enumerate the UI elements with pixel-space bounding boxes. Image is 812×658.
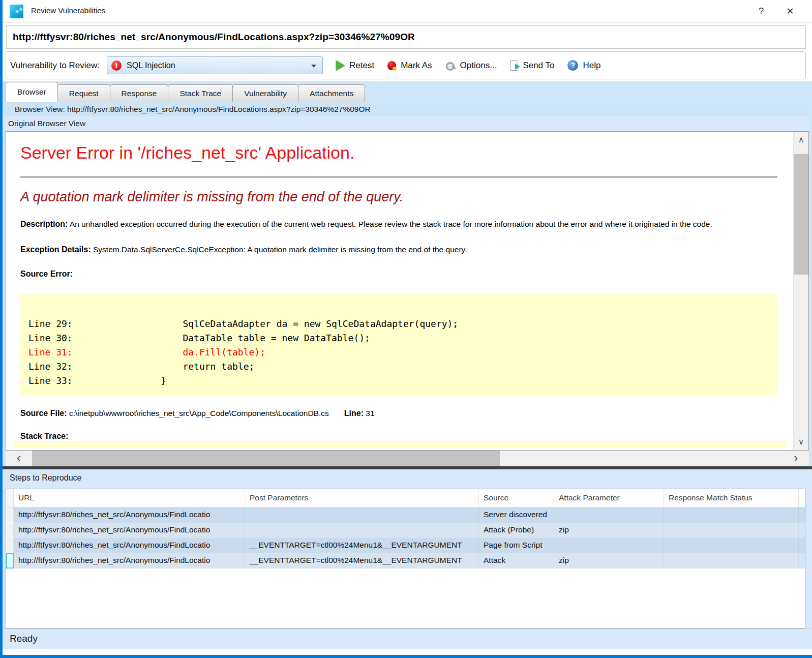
tab-strip: Browser Request Response Stack Trace Vul… xyxy=(6,81,809,102)
tab-stack-trace[interactable]: Stack Trace xyxy=(168,84,233,102)
code-line: Line 32: return table; xyxy=(28,360,772,374)
code-line-error: Line 31: da.Fill(table); xyxy=(28,345,772,360)
vulnerability-select[interactable]: ! SQL Injection xyxy=(107,56,323,74)
scroll-up-icon[interactable]: ∧ xyxy=(794,133,808,147)
stack-trace-label: Stack Trace: xyxy=(20,432,777,441)
tab-browser[interactable]: Browser xyxy=(6,82,58,102)
code-line: Line 30: DataTable table = new DataTable… xyxy=(28,331,772,345)
url-bar[interactable]: http://ftfysvr:80/riches_net_src/Anonymo… xyxy=(6,25,806,49)
exception-details: Exception Details: System.Data.SqlServer… xyxy=(20,244,777,256)
steps-table-header: URL Post Parameters Source Attack Parame… xyxy=(6,489,805,507)
code-line: Line 33: } xyxy=(28,374,772,388)
stack-trace-block-top xyxy=(14,441,786,447)
browser-view-url: Browser View: http://ftfysvr:80/riches_n… xyxy=(15,105,371,114)
status-bar: Ready xyxy=(3,629,812,649)
main-panel: Browser Request Response Stack Trace Vul… xyxy=(3,81,812,469)
retest-button[interactable]: Retest xyxy=(336,61,374,71)
browser-view-pane[interactable]: Server Error in '/riches_net_src' Applic… xyxy=(6,131,809,451)
retest-play-icon xyxy=(336,61,345,71)
error-description: Description: An unhandled exception occu… xyxy=(20,218,777,230)
divider xyxy=(20,176,777,178)
severity-critical-icon: ! xyxy=(111,61,122,71)
steps-to-reproduce-title: Steps to Reproduce xyxy=(10,473,81,483)
column-header-post-parameters[interactable]: Post Parameters xyxy=(245,489,479,507)
column-header-source[interactable]: Source xyxy=(479,489,554,507)
column-header-url[interactable]: URL xyxy=(14,489,245,507)
source-error-code: Line 29: SqlCeDataAdapter da = new SqlCe… xyxy=(20,294,777,395)
help-icon: ? xyxy=(567,60,578,71)
dropdown-caret-icon xyxy=(311,65,316,68)
table-row[interactable]: http://ftfysvr:80/riches_net_src/Anonymo… xyxy=(6,507,805,523)
dialog-help-button[interactable]: ? xyxy=(754,4,769,18)
browser-view-header: Browser View: http://ftfysvr:80/riches_n… xyxy=(6,102,809,116)
row-selector[interactable] xyxy=(6,507,14,523)
scroll-right-icon[interactable]: › xyxy=(786,451,806,466)
error-page: Server Error in '/riches_net_src' Applic… xyxy=(6,132,793,450)
code-line: Line 29: SqlCeDataAdapter da = new SqlCe… xyxy=(28,317,772,331)
bug-icon xyxy=(387,61,396,70)
vertical-scrollbar-thumb[interactable] xyxy=(794,154,808,275)
title-bar: Review Vulnerabilities ? ✕ xyxy=(3,0,812,23)
vulnerability-to-review-label: Vulnerability to Review: xyxy=(10,61,100,71)
close-button[interactable]: ✕ xyxy=(783,4,798,18)
row-selector-header xyxy=(6,489,14,507)
tab-request[interactable]: Request xyxy=(57,84,110,102)
table-row[interactable]: http://ftfysvr:80/riches_net_src/Anonymo… xyxy=(6,523,805,538)
table-row[interactable]: http://ftfysvr:80/riches_net_src/Anonymo… xyxy=(6,538,805,553)
error-subtitle: A quotation mark delimiter is missing fr… xyxy=(20,189,777,205)
source-error-label: Source Error: xyxy=(20,270,777,279)
window-title: Review Vulnerabilities xyxy=(31,6,105,15)
app-icon xyxy=(10,5,23,18)
table-row-selected[interactable]: http://ftfysvr:80/riches_net_src/Anonymo… xyxy=(6,553,805,569)
send-to-icon xyxy=(510,61,518,71)
status-text: Ready xyxy=(10,633,38,644)
bottom-strip xyxy=(3,649,812,655)
original-browser-view-header: Original Browser View xyxy=(3,116,809,131)
scroll-left-icon[interactable]: ‹ xyxy=(9,451,29,466)
server-error-title: Server Error in '/riches_net_src' Applic… xyxy=(20,143,777,163)
url-text: http://ftfysvr:80/riches_net_src/Anonymo… xyxy=(13,32,415,43)
column-header-response-match-status[interactable]: Response Match Status xyxy=(664,489,799,507)
tab-attachments[interactable]: Attachments xyxy=(298,84,365,102)
steps-table: URL Post Parameters Source Attack Parame… xyxy=(6,489,805,629)
row-selector[interactable] xyxy=(6,523,14,538)
column-header-filler xyxy=(799,489,805,507)
tab-vulnerability[interactable]: Vulnerability xyxy=(232,84,298,102)
keys-icon xyxy=(445,61,456,70)
tab-response[interactable]: Response xyxy=(110,84,169,102)
send-to-button[interactable]: Send To xyxy=(510,61,554,71)
source-file-line: Source File: c:\inetpub\wwwroot\riches_n… xyxy=(20,409,777,418)
toolbar: Vulnerability to Review: ! SQL Injection… xyxy=(6,51,806,79)
row-selector[interactable] xyxy=(6,553,14,569)
vulnerability-select-value: SQL Injection xyxy=(127,61,175,70)
review-vulnerabilities-dialog: Review Vulnerabilities ? ✕ http://ftfysv… xyxy=(0,0,812,658)
row-selector[interactable] xyxy=(6,538,14,553)
mark-as-button[interactable]: Mark As xyxy=(387,61,432,71)
steps-to-reproduce-panel: Steps to Reproduce URL Post Parameters S… xyxy=(3,469,812,655)
column-header-attack-parameter[interactable]: Attack Parameter xyxy=(554,489,664,507)
scroll-down-icon[interactable]: ∨ xyxy=(794,435,808,449)
window-border-left xyxy=(0,0,3,658)
options-button[interactable]: Options... xyxy=(445,61,497,71)
horizontal-scrollbar-thumb[interactable] xyxy=(32,451,500,466)
vertical-scrollbar[interactable]: ∧ ∨ xyxy=(793,132,808,450)
horizontal-scrollbar[interactable]: ‹ › xyxy=(6,451,809,466)
window-border-bottom xyxy=(0,655,812,658)
help-button[interactable]: ? Help xyxy=(567,60,600,71)
